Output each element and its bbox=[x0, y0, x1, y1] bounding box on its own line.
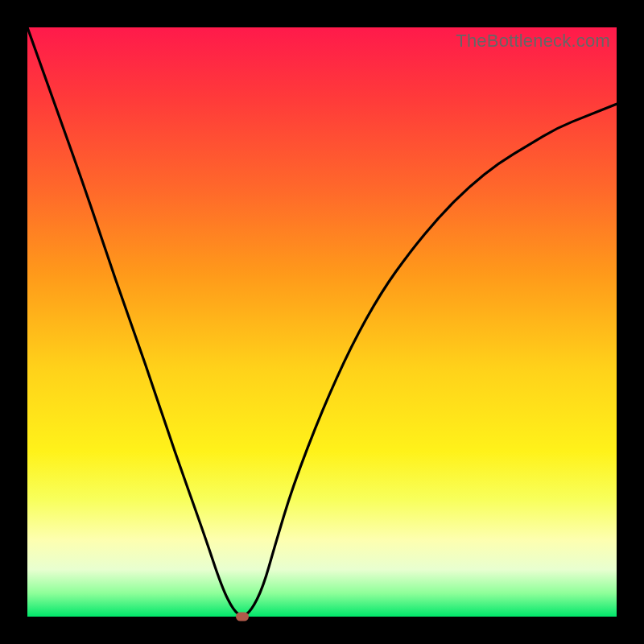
chart-frame: TheBottleneck.com bbox=[0, 0, 644, 644]
bottleneck-curve bbox=[27, 27, 617, 615]
watermark-text: TheBottleneck.com bbox=[456, 31, 610, 52]
minimum-marker bbox=[236, 613, 249, 621]
plot-area: TheBottleneck.com bbox=[27, 27, 617, 617]
curve-layer bbox=[27, 27, 617, 617]
